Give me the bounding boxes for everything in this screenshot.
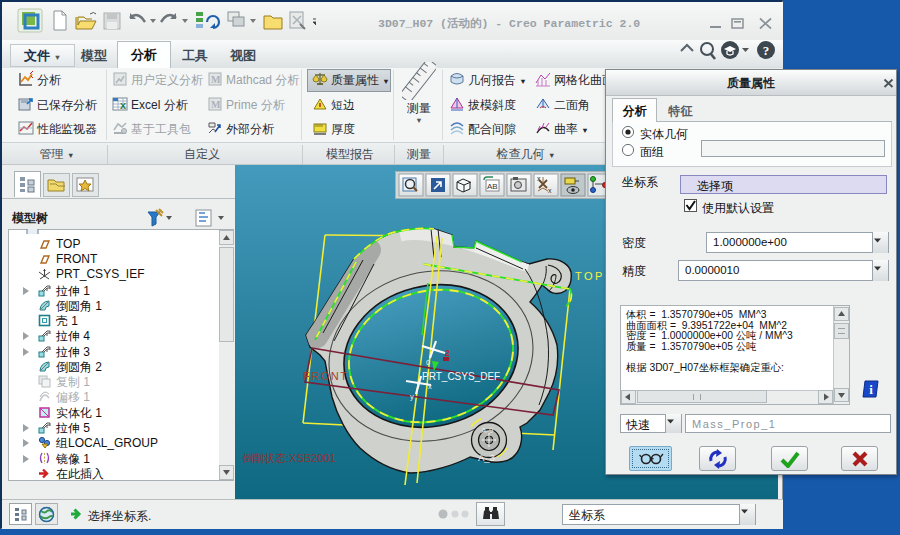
svg-text:AB: AB	[487, 182, 498, 191]
svg-text:TOP: TOP	[575, 270, 605, 282]
svg-text:M: M	[211, 74, 221, 85]
svg-text:x: x	[537, 175, 541, 182]
svg-text:x: x	[428, 382, 432, 391]
svg-text:倒削状态:XSB2001: 倒削状态:XSB2001	[242, 452, 336, 464]
svg-text:FRONT: FRONT	[303, 370, 348, 382]
svg-text:A-9: A-9	[481, 426, 494, 435]
svg-text:2: 2	[445, 348, 450, 358]
svg-text:M: M	[211, 99, 221, 110]
svg-text:A_3: A_3	[478, 452, 495, 463]
svg-text:?: ?	[763, 43, 770, 58]
svg-text:x: x	[548, 187, 552, 194]
svg-text:y: y	[410, 392, 414, 401]
svg-text:PRT_CSYS_DEF: PRT_CSYS_DEF	[422, 371, 500, 382]
svg-text:X: X	[120, 101, 126, 111]
svg-text:i: i	[869, 382, 873, 397]
svg-text:0: 0	[426, 358, 430, 367]
